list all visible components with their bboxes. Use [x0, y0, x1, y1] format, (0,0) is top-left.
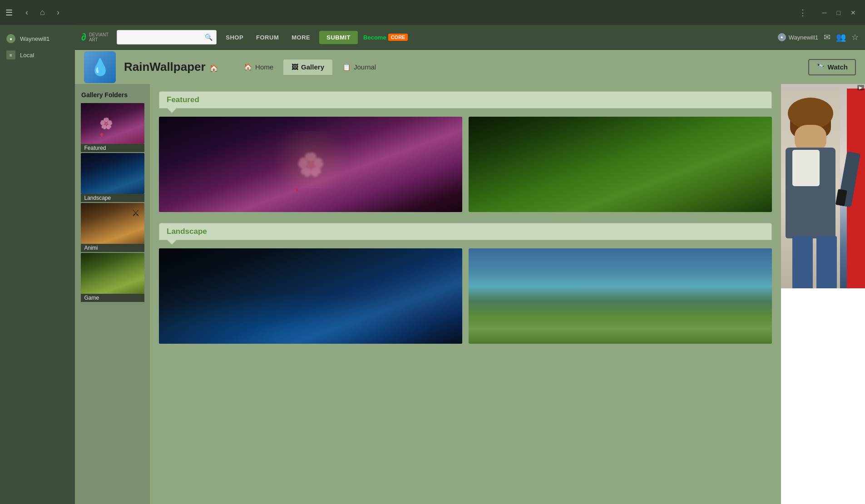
core-badge: CORE — [388, 34, 408, 41]
journal-tab-icon: 📋 — [342, 63, 351, 71]
deviantart-logo[interactable]: ∂ DEVIANT ART — [81, 31, 109, 43]
gallery-grid-featured: 🌸 ♦ — [159, 109, 772, 223]
profile-name: RainWallpaper — [124, 60, 206, 74]
watch-icon: 🔭 — [816, 63, 825, 71]
become-core-button[interactable]: Become CORE — [363, 34, 408, 41]
maximize-button[interactable]: □ — [833, 7, 844, 18]
folder-item-landscape[interactable]: Landscape — [75, 153, 150, 202]
gallery-tab-icon: 🖼 — [292, 63, 298, 71]
folder-item-animi[interactable]: ⚔ Animi — [75, 203, 150, 252]
topnav: ∂ DEVIANT ART 🔍 SHOP FORUM MORE SUBMIT B… — [75, 25, 865, 50]
home-tab-label: Home — [255, 63, 273, 71]
search-icon[interactable]: 🔍 — [205, 34, 213, 41]
user-avatar-icon: ● — [6, 34, 15, 43]
more-link[interactable]: MORE — [288, 32, 314, 43]
watch-label: Watch — [828, 63, 848, 71]
folder-thumb-game — [81, 253, 144, 294]
minimize-button[interactable]: ─ — [819, 7, 830, 18]
mail-icon[interactable]: ✉ — [824, 32, 830, 42]
avatar-drop-icon: 💧 — [90, 51, 110, 83]
submit-button[interactable]: SUBMIT — [319, 31, 358, 44]
watch-button[interactable]: 🔭 Watch — [808, 59, 856, 75]
ad-sidebar: ▶ — [781, 84, 865, 504]
gallery-image-cherry[interactable]: 🌸 ♦ — [159, 117, 462, 212]
profile-verified-icon: 🏠 — [209, 64, 218, 72]
da-logo-icon: ∂ — [81, 31, 86, 43]
tab-gallery[interactable]: 🖼 Gallery — [283, 59, 332, 75]
folder-thumb-featured: 🌸 ♦ — [81, 103, 144, 144]
topnav-right: ● Waynewill1 ✉ 👥 ☆ — [778, 32, 859, 42]
hamburger-icon[interactable]: ☰ — [5, 8, 13, 18]
profile-name-area: RainWallpaper 🏠 — [124, 60, 218, 74]
profile-avatar: 💧 — [84, 51, 116, 83]
ad-image — [781, 84, 865, 288]
da-logo-text: DEVIANT ART — [89, 32, 109, 42]
shop-link[interactable]: SHOP — [222, 32, 247, 43]
section-header-landscape: Landscape — [159, 223, 772, 240]
gallery-image-grass[interactable] — [469, 117, 772, 212]
main-area: ∂ DEVIANT ART 🔍 SHOP FORUM MORE SUBMIT B… — [75, 25, 865, 504]
become-text: Become — [363, 34, 386, 41]
folder-thumb-animi: ⚔ — [81, 203, 144, 244]
search-bar[interactable]: 🔍 — [117, 30, 217, 44]
home-button[interactable]: ⌂ — [36, 6, 49, 19]
tab-journal[interactable]: 📋 Journal — [334, 59, 384, 75]
topnav-username: Waynewill1 — [789, 34, 818, 41]
profile-tabs: 🏠 Home 🖼 Gallery 📋 Journal — [236, 59, 384, 75]
gallery-sidebar: Gallery Folders 🌸 ♦ Featured Landscape — [75, 84, 150, 504]
folder-item-featured[interactable]: 🌸 ♦ Featured — [75, 103, 150, 152]
da-text-line2: ART — [89, 37, 109, 42]
profile-header: 💧 RainWallpaper 🏠 🏠 Home 🖼 Gallery 📋 Jou… — [75, 50, 865, 84]
gallery-sidebar-title: Gallery Folders — [75, 89, 150, 103]
folder-item-game[interactable]: Game — [75, 253, 150, 302]
sidebar-item-user[interactable]: ● Waynewill1 — [0, 30, 75, 47]
section-title-landscape: Landscape — [167, 227, 207, 236]
sidebar: ● Waynewill1 ≡ Local — [0, 25, 75, 504]
content-wrapper: Gallery Folders 🌸 ♦ Featured Landscape — [75, 84, 865, 504]
window-controls-left: ☰ ‹ ⌂ › — [5, 6, 63, 19]
close-button[interactable]: ✕ — [847, 7, 860, 18]
user-dot-icon: ● — [778, 33, 786, 41]
folder-label-featured: Featured — [81, 144, 144, 152]
tab-home[interactable]: 🏠 Home — [236, 59, 282, 75]
people-icon[interactable]: 👥 — [836, 32, 846, 42]
ad-badge: ▶ — [857, 85, 864, 90]
window-controls-right: ⋮ ─ □ ✕ — [799, 7, 860, 18]
forward-button[interactable]: › — [53, 6, 63, 19]
folder-label-landscape: Landscape — [81, 194, 144, 202]
user-menu[interactable]: ● Waynewill1 — [778, 33, 818, 41]
folder-thumb-landscape — [81, 153, 144, 194]
sidebar-username: Waynewill1 — [20, 35, 49, 42]
section-header-featured: Featured — [159, 91, 772, 109]
back-button[interactable]: ‹ — [22, 6, 32, 19]
three-dots-menu[interactable]: ⋮ — [799, 8, 807, 18]
sidebar-local-label: Local — [20, 52, 34, 59]
sidebar-item-local[interactable]: ≡ Local — [0, 47, 75, 63]
da-text-line1: DEVIANT — [89, 32, 109, 37]
search-input[interactable] — [121, 34, 205, 41]
gallery-tab-label: Gallery — [301, 63, 324, 71]
forum-link[interactable]: FORUM — [252, 32, 282, 43]
gallery-image-forest[interactable] — [159, 248, 462, 344]
gallery-grid-landscape — [159, 240, 772, 355]
journal-tab-label: Journal — [354, 63, 376, 71]
bookmark-icon[interactable]: ☆ — [851, 32, 859, 42]
folder-label-game: Game — [81, 294, 144, 302]
gallery-main: Featured 🌸 ♦ Landscape — [150, 84, 781, 504]
local-folder-icon: ≡ — [6, 50, 15, 59]
window-chrome: ☰ ‹ ⌂ › ⋮ ─ □ ✕ — [0, 0, 865, 25]
section-title-featured: Featured — [167, 95, 199, 104]
folder-label-animi: Animi — [81, 244, 144, 252]
home-tab-icon: 🏠 — [244, 63, 252, 71]
gallery-image-coast[interactable] — [469, 248, 772, 344]
